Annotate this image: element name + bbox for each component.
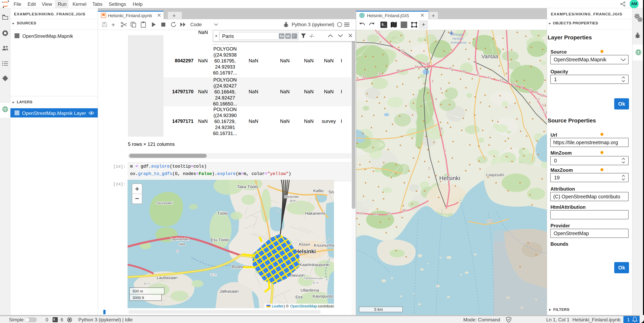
svg-text:5 km: 5 km — [374, 307, 383, 312]
svg-text:Vantaa: Vantaa — [481, 53, 498, 59]
svg-text:Sörr: Sörr — [328, 190, 334, 194]
svg-text:47: 47 — [529, 88, 532, 92]
svg-text:31 m: 31 m — [312, 281, 318, 284]
svg-text:3000 ft: 3000 ft — [132, 296, 144, 300]
svg-text:34: 34 — [362, 75, 366, 79]
svg-text:36: 36 — [396, 69, 400, 73]
svg-text:OpenStreetMap: OpenStreetMap — [290, 304, 317, 308]
svg-text:45: 45 — [512, 82, 516, 86]
svg-text:contributors: contributors — [318, 304, 334, 308]
svg-text:8: 8 — [451, 68, 453, 72]
svg-text:48: 48 — [534, 90, 538, 94]
svg-text:41: 41 — [487, 76, 491, 79]
svg-text:Hakaniemi: Hakaniemi — [305, 211, 325, 216]
svg-text:Lauttasaari: Lauttasaari — [157, 275, 178, 280]
svg-text:500 m: 500 m — [132, 289, 143, 293]
svg-text:41: 41 — [476, 73, 480, 77]
svg-text:46: 46 — [402, 208, 406, 212]
svg-text:2: 2 — [428, 167, 430, 171]
svg-text:2: 2 — [177, 250, 178, 253]
svg-text:+: + — [135, 185, 139, 193]
svg-text:Kluuvi: Kluuvi — [299, 242, 310, 247]
svg-text:Laajasalo: Laajasalo — [486, 172, 504, 177]
svg-text:Mäntymäki: Mäntymäki — [284, 195, 299, 198]
svg-text:10: 10 — [400, 49, 404, 53]
svg-text:18 m: 18 m — [289, 199, 296, 202]
svg-text:49: 49 — [540, 94, 544, 97]
svg-text:43: 43 — [500, 78, 503, 82]
svg-text:35: 35 — [378, 72, 382, 76]
svg-text:170: 170 — [487, 219, 492, 223]
svg-text:5: 5 — [440, 87, 442, 91]
svg-text:Kallio: Kallio — [313, 188, 324, 193]
svg-text:10: 10 — [376, 30, 380, 34]
svg-text:Helsinki: Helsinki — [295, 249, 316, 255]
svg-text:Helsingin: Helsingin — [451, 33, 463, 36]
svg-text:| ©: | © — [284, 304, 288, 308]
svg-text:Lapinlahden: Lapinlahden — [171, 237, 189, 241]
svg-text:Vantaan: Vantaan — [452, 37, 463, 40]
svg-text:40: 40 — [462, 69, 466, 73]
svg-text:7: 7 — [444, 149, 446, 153]
svg-text:Tähtitorninvuori: Tähtitorninvuori — [304, 277, 323, 280]
svg-text:Töölö: Töölö — [217, 211, 228, 216]
svg-text:32 m: 32 m — [210, 273, 216, 276]
svg-text:Etu-Töölö: Etu-Töölö — [211, 238, 229, 242]
svg-text:Leaflet: Leaflet — [272, 304, 284, 308]
svg-text:3: 3 — [432, 79, 433, 83]
svg-text:−: − — [135, 195, 139, 202]
svg-text:44: 44 — [374, 212, 378, 216]
svg-text:Ullanlinna: Ullanlinna — [300, 288, 319, 293]
svg-text:Kaivopuisto: Kaivopuisto — [312, 294, 333, 299]
svg-text:silta: silta — [179, 242, 185, 246]
svg-text:Seurasaari: Seurasaari — [156, 201, 173, 205]
svg-text:98: 98 — [426, 62, 430, 65]
svg-text:Jatkasaari: Jatkasaari — [220, 289, 239, 294]
svg-text:6: 6 — [441, 127, 442, 131]
svg-text:45: 45 — [387, 212, 391, 215]
svg-text:51: 51 — [536, 97, 540, 101]
svg-text:Kruununhaka: Kruununhaka — [314, 243, 334, 248]
svg-text:46: 46 — [520, 85, 524, 89]
svg-text:lentoasema: lentoasema — [451, 41, 466, 44]
svg-text:4: 4 — [435, 97, 437, 101]
svg-text:43: 43 — [360, 212, 364, 215]
svg-text:Eira: Eira — [296, 295, 302, 299]
svg-text:38: 38 — [414, 65, 418, 69]
svg-text:35 m: 35 m — [143, 282, 150, 285]
svg-text:Helsinki: Helsinki — [439, 175, 460, 181]
svg-text:53: 53 — [543, 111, 547, 115]
svg-text:Kaartinkaupunki: Kaartinkaupunki — [300, 262, 330, 267]
svg-text:Taka-Töölö: Taka-Töölö — [237, 184, 258, 189]
